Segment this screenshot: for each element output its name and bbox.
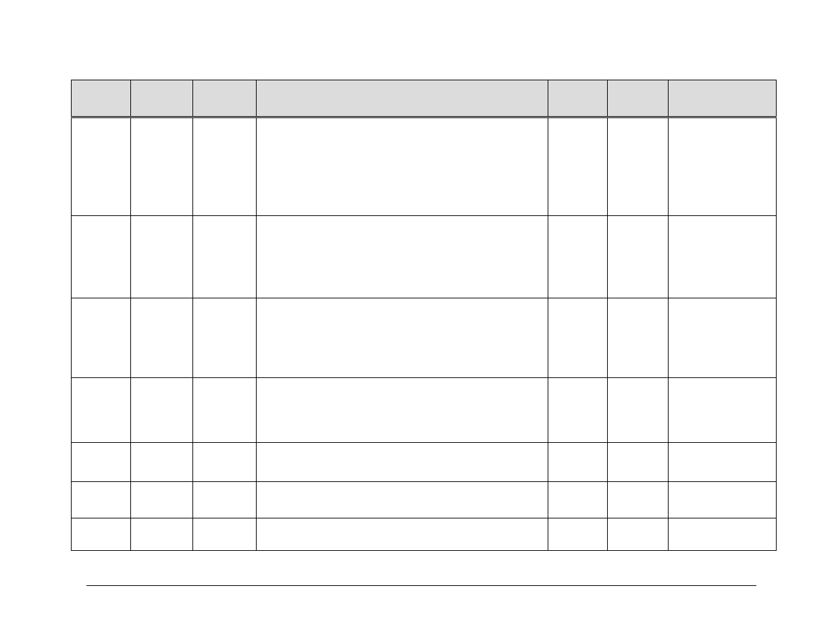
table-cell <box>193 518 257 551</box>
table-header-cell <box>608 80 669 117</box>
data-table <box>71 80 777 551</box>
table-cell <box>257 482 548 518</box>
table-header-row <box>72 80 777 117</box>
table-cell <box>72 117 131 216</box>
table-cell <box>257 518 548 551</box>
table-header-cell <box>669 80 777 117</box>
table-cell <box>193 117 257 216</box>
table-row <box>72 518 777 551</box>
table-header-cell <box>72 80 131 117</box>
table-cell <box>608 378 669 443</box>
table-cell <box>608 298 669 378</box>
table-cell <box>72 482 131 518</box>
table-cell <box>548 378 608 443</box>
table-cell <box>72 216 131 298</box>
table-cell <box>669 482 777 518</box>
table-row <box>72 298 777 378</box>
table-cell <box>608 518 669 551</box>
table-cell <box>669 518 777 551</box>
footer-divider <box>86 585 756 586</box>
table-cell <box>257 378 548 443</box>
table-cell <box>257 216 548 298</box>
page <box>0 0 834 644</box>
table-cell <box>548 117 608 216</box>
table-row <box>72 443 777 482</box>
table-cell <box>72 518 131 551</box>
table-cell <box>257 298 548 378</box>
table-cell <box>131 518 193 551</box>
table-header-cell <box>257 80 548 117</box>
table-cell <box>131 298 193 378</box>
table-cell <box>72 443 131 482</box>
table-header-cell <box>193 80 257 117</box>
table-cell <box>669 443 777 482</box>
table-cell <box>193 378 257 443</box>
table-cell <box>669 117 777 216</box>
table-cell <box>669 378 777 443</box>
table-cell <box>193 443 257 482</box>
table-cell <box>131 117 193 216</box>
table-cell <box>131 378 193 443</box>
table-header-cell <box>548 80 608 117</box>
table-cell <box>131 482 193 518</box>
table-row <box>72 482 777 518</box>
table-cell <box>669 216 777 298</box>
table-cell <box>257 443 548 482</box>
table-cell <box>608 117 669 216</box>
table-cell <box>193 216 257 298</box>
table-cell <box>548 518 608 551</box>
table-cell <box>548 443 608 482</box>
table-row <box>72 117 777 216</box>
table-cell <box>131 443 193 482</box>
table-cell <box>608 216 669 298</box>
table-cell <box>548 216 608 298</box>
table-cell <box>257 117 548 216</box>
table-cell <box>193 482 257 518</box>
table-cell <box>193 298 257 378</box>
table-cell <box>548 298 608 378</box>
table-cell <box>669 298 777 378</box>
table-cell <box>608 482 669 518</box>
table-cell <box>72 298 131 378</box>
table-cell <box>608 443 669 482</box>
table-header-cell <box>131 80 193 117</box>
table-row <box>72 216 777 298</box>
table-cell <box>131 216 193 298</box>
table-cell <box>548 482 608 518</box>
table-row <box>72 378 777 443</box>
table-cell <box>72 378 131 443</box>
